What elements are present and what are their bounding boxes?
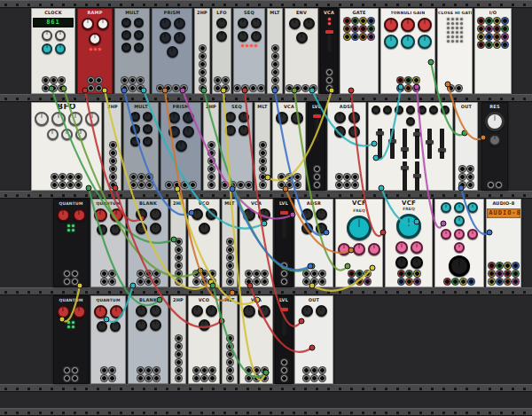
slider-handle[interactable] [426,140,434,144]
jack-port[interactable] [486,34,492,40]
jack-port[interactable] [101,367,107,373]
knob[interactable] [303,18,315,29]
jack-port[interactable] [262,279,268,285]
jack-port[interactable] [227,247,233,253]
knob[interactable] [150,208,161,220]
jack-port[interactable] [467,182,473,188]
knob[interactable] [176,140,187,152]
knob[interactable] [55,43,66,54]
module-out[interactable]: OUT [455,102,478,191]
jack-port[interactable] [88,85,94,91]
jack-port[interactable] [227,367,233,373]
knob[interactable] [291,112,303,124]
jack-port[interactable] [398,279,404,285]
jack-port[interactable] [364,271,371,277]
jack-port[interactable] [360,26,366,32]
knob[interactable] [199,223,210,234]
slider-handle[interactable] [413,132,421,136]
jack-port[interactable] [246,279,252,285]
jack-port[interactable] [222,182,228,188]
module-2hp[interactable]: 2HP [194,8,210,94]
jack-port[interactable] [294,85,301,91]
module-vca[interactable]: VCA [272,102,306,191]
jack-port[interactable] [489,263,495,269]
jack-port[interactable] [360,18,366,24]
jack-port[interactable] [145,279,152,285]
jack-port[interactable] [272,77,278,83]
knob[interactable] [160,32,171,43]
jack-port[interactable] [110,166,116,172]
module-vca[interactable]: VCA [320,8,338,94]
module-mlt[interactable]: MLT [254,102,270,191]
jack-port[interactable] [254,367,260,373]
knob[interactable] [174,18,185,29]
jack-port[interactable] [258,85,264,91]
knob[interactable] [454,202,465,213]
knob[interactable] [251,31,262,42]
jack-port[interactable] [272,45,278,51]
module-blank[interactable]: BLANK [128,295,168,384]
knob[interactable] [150,223,161,234]
jack-port[interactable] [166,182,172,188]
jack-port[interactable] [227,351,233,357]
jack-port[interactable] [193,271,200,277]
knob[interactable] [75,129,87,140]
jack-port[interactable] [129,77,136,83]
knob[interactable] [57,305,70,318]
jack-port[interactable] [173,85,179,91]
jack-port[interactable] [145,271,152,277]
slider[interactable] [427,129,432,159]
module-blank[interactable]: BLANK [128,199,168,287]
jack-port[interactable] [246,367,252,373]
jack-port[interactable] [352,26,358,32]
slider-handle[interactable] [280,211,288,215]
jack-port[interactable] [272,61,278,67]
jack-port[interactable] [209,375,215,381]
jack-port[interactable] [200,53,206,59]
jack-port[interactable] [176,271,182,277]
knob[interactable] [206,305,217,317]
module-audio-8[interactable]: AUDIO-8AUDIO-8 [486,199,521,287]
slider[interactable] [415,129,419,159]
jack-port[interactable] [286,174,293,180]
knob[interactable] [338,243,350,255]
knob[interactable] [238,31,248,42]
jack-port[interactable] [130,182,137,188]
knob[interactable] [454,229,465,239]
jack-port[interactable] [314,166,320,172]
jack-port[interactable] [364,279,371,285]
jack-port[interactable] [109,375,115,381]
slider[interactable] [282,305,286,335]
jack-port[interactable] [137,375,144,381]
jack-port[interactable] [262,375,268,381]
big-knob[interactable] [396,214,421,239]
module-out[interactable]: OUT [294,295,333,384]
jack-port[interactable] [223,85,229,91]
jack-port[interactable] [286,182,293,188]
jack-port[interactable] [51,174,58,180]
jack-port[interactable] [281,367,287,373]
jack-port[interactable] [227,343,233,349]
jack-port[interactable] [344,34,350,40]
knob[interactable] [251,18,262,28]
knob[interactable] [97,18,109,30]
jack-port[interactable] [176,351,182,357]
jack-port[interactable] [294,182,301,188]
knob[interactable] [334,112,346,123]
jack-port[interactable] [467,166,473,172]
module-vca[interactable]: VCA [239,199,273,287]
jack-port[interactable] [146,174,153,180]
jack-port[interactable] [209,279,215,285]
slider-handle[interactable] [376,131,384,135]
jack-port[interactable] [260,142,266,148]
knob[interactable] [134,30,144,40]
jack-port[interactable] [209,271,215,277]
knob[interactable] [183,112,194,123]
jack-port[interactable] [468,279,474,285]
slider-handle[interactable] [325,30,333,34]
jack-port[interactable] [138,182,145,188]
jack-port[interactable] [303,279,309,285]
module-lfo[interactable]: LFO [212,8,231,94]
slider[interactable] [440,129,444,159]
knob[interactable] [199,319,210,331]
